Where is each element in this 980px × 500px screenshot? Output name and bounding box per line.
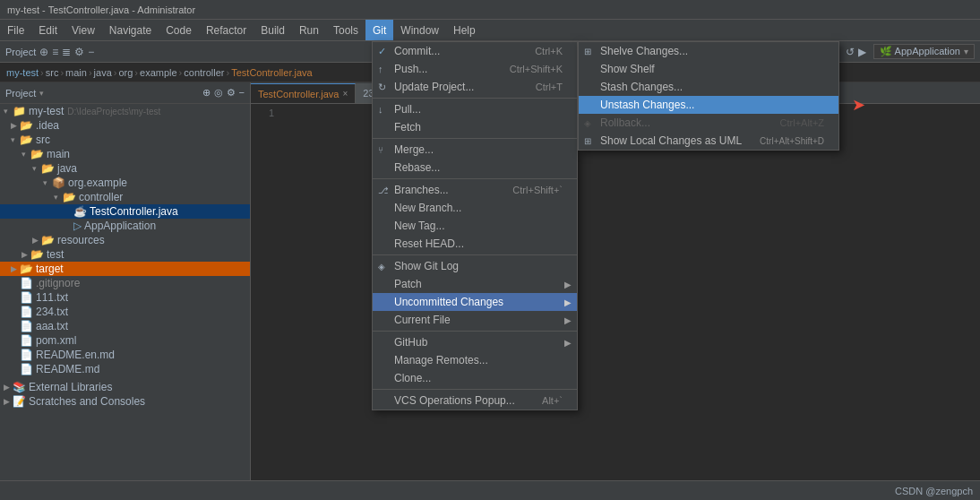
separator-4	[373, 254, 577, 255]
tree-label-tc: TestController.java	[90, 205, 178, 218]
expand-arrow-main: ▾	[21, 150, 30, 159]
tab-close-tc[interactable]: ×	[343, 89, 348, 99]
menu-run[interactable]: Run	[292, 20, 326, 40]
menu-item-clone[interactable]: Clone...	[373, 369, 577, 387]
tree-item-org-example[interactable]: ▾ 📦 org.example	[0, 176, 250, 190]
tree-item-controller[interactable]: ▾ 📂 controller	[0, 190, 250, 204]
menu-refactor[interactable]: Refactor	[199, 20, 254, 40]
separator-2	[373, 138, 577, 139]
tree-item-test[interactable]: ▶ 📂 test	[0, 247, 250, 262]
tree-item-testcontroller[interactable]: ☕ TestController.java	[0, 204, 250, 219]
menu-item-newbranch[interactable]: New Branch...	[373, 199, 577, 217]
tree-item-idea[interactable]: ▶ 📂 .idea	[0, 118, 250, 133]
app-config[interactable]: 🌿 AppApplication ▾	[873, 44, 975, 59]
toolbar-git-icon[interactable]: ↺	[846, 46, 855, 58]
tree-item-readme-en[interactable]: 📄 README.en.md	[0, 348, 250, 362]
submenu-label-stash: Stash Changes...	[600, 81, 683, 93]
tree-label-readme-en: README.en.md	[36, 349, 115, 361]
menu-item-patch[interactable]: Patch ▶	[373, 275, 577, 293]
tree-item-gitignore[interactable]: 📄 .gitignore	[0, 276, 250, 290]
sidebar-locate-icon[interactable]: ◎	[214, 87, 223, 99]
menu-item-manageremotes[interactable]: Manage Remotes...	[373, 351, 577, 369]
toolbar-run-icon[interactable]: ▶	[858, 46, 866, 58]
submenu-stash[interactable]: Stash Changes...	[579, 78, 838, 96]
menu-build[interactable]: Build	[254, 20, 292, 40]
tree-item-target[interactable]: ▶ 📂 target	[0, 262, 250, 276]
tree-item-main[interactable]: ▾ 📂 main	[0, 147, 250, 161]
tree-item-pomxml[interactable]: 📄 pom.xml	[0, 333, 250, 348]
submenu-shelve[interactable]: ⊞ Shelve Changes...	[579, 42, 838, 60]
menu-label-patch: Patch	[394, 278, 422, 290]
menu-item-currentfile[interactable]: Current File ▶	[373, 311, 577, 329]
breadcrumb-part1[interactable]: my-test	[6, 67, 39, 78]
breadcrumb-part7[interactable]: controller	[184, 67, 224, 78]
tree-item-234txt[interactable]: 📄 234.txt	[0, 305, 250, 319]
toolbar-icon3[interactable]: ≣	[62, 46, 71, 58]
menu-item-newtag[interactable]: New Tag...	[373, 217, 577, 235]
submenu-showlocal[interactable]: ⊞ Show Local Changes as UML Ctrl+Alt+Shi…	[579, 132, 838, 150]
breadcrumb-part5[interactable]: org	[118, 67, 133, 78]
menu-label-currentfile: Current File	[394, 314, 451, 326]
menu-item-resethead[interactable]: Reset HEAD...	[373, 235, 577, 253]
menu-item-pull[interactable]: ↓ Pull...	[373, 100, 577, 118]
breadcrumb-part8[interactable]: TestController.java	[231, 67, 313, 78]
menu-item-github[interactable]: GitHub ▶	[373, 333, 577, 351]
menu-git[interactable]: Git	[365, 20, 393, 40]
menu-item-branches[interactable]: ⎇ Branches... Ctrl+Shift+`	[373, 181, 577, 199]
breadcrumb-part4[interactable]: java	[94, 67, 112, 78]
menu-item-push[interactable]: ↑ Push... Ctrl+Shift+K	[373, 60, 577, 78]
toolbar-icon1[interactable]: ⊕	[39, 46, 48, 58]
breadcrumb-part2[interactable]: src	[46, 67, 59, 78]
tree-label-app: AppApplication	[84, 220, 156, 232]
breadcrumb-part3[interactable]: main	[65, 67, 87, 78]
tab-testcontroller[interactable]: TestController.java ×	[251, 83, 356, 103]
sidebar-add-icon[interactable]: ⊕	[202, 87, 211, 99]
menu-edit[interactable]: Edit	[31, 20, 64, 40]
menu-view[interactable]: View	[64, 20, 102, 40]
menu-item-uncommitted[interactable]: Uncommitted Changes ▶	[373, 293, 577, 311]
menu-label-branches: Branches...	[394, 184, 449, 196]
git-menu: ✓ Commit... Ctrl+K ↑ Push... Ctrl+Shift+…	[372, 41, 578, 410]
submenu-showshelf[interactable]: Show Shelf	[579, 60, 838, 78]
submenu-unstash[interactable]: Unstash Changes... ➤	[579, 96, 838, 114]
sidebar-minimize-icon[interactable]: −	[239, 87, 245, 99]
toolbar-icon4[interactable]: ⚙	[74, 46, 84, 58]
menu-file[interactable]: File	[0, 20, 31, 40]
menu-code[interactable]: Code	[159, 20, 199, 40]
menu-item-merge[interactable]: ⑂ Merge...	[373, 141, 577, 159]
tree-item-external-libs[interactable]: ▶ 📚 External Libraries	[0, 380, 250, 394]
submenu-label-rollback: Rollback...	[600, 116, 650, 129]
tree-item-appapplication[interactable]: ▷ AppApplication	[0, 219, 250, 233]
menu-navigate[interactable]: Navigate	[102, 20, 159, 40]
tree-item-aaatxt[interactable]: 📄 aaa.txt	[0, 319, 250, 333]
commit-icon: ✓	[378, 46, 386, 57]
sidebar-settings-icon[interactable]: ⚙	[227, 87, 236, 99]
toolbar-icon5[interactable]: −	[88, 46, 94, 58]
tree-item-my-test[interactable]: ▾ 📁 my-test D:\IdeaProjects\my-test	[0, 104, 250, 118]
tree-item-scratches[interactable]: ▶ 📝 Scratches and Consoles	[0, 394, 250, 409]
separator-1	[373, 98, 577, 99]
tree-item-java[interactable]: ▾ 📂 java	[0, 161, 250, 176]
menu-item-fetch[interactable]: Fetch	[373, 118, 577, 136]
menu-item-vcsops[interactable]: VCS Operations Popup... Alt+`	[373, 392, 577, 409]
sidebar-dropdown-arrow[interactable]: ▾	[39, 89, 44, 98]
tree-item-111txt[interactable]: 📄 111.txt	[0, 290, 250, 305]
submenu-rollback[interactable]: ◈ Rollback... Ctrl+Alt+Z	[579, 114, 838, 132]
push-icon: ↑	[378, 64, 383, 74]
menu-window[interactable]: Window	[393, 20, 446, 40]
tree-item-resources[interactable]: ▶ 📂 resources	[0, 233, 250, 247]
toolbar-icon2[interactable]: ≡	[52, 46, 58, 58]
folder-icon-controller: 📂	[63, 191, 76, 203]
menu-item-update[interactable]: ↻ Update Project... Ctrl+T	[373, 78, 577, 96]
menu-label-merge: Merge...	[394, 143, 434, 156]
breadcrumb-part6[interactable]: example	[140, 67, 177, 78]
menu-item-showgitlog[interactable]: ◈ Show Git Log	[373, 257, 577, 275]
tree-item-src[interactable]: ▾ 📂 src	[0, 133, 250, 147]
menu-item-commit[interactable]: ✓ Commit... Ctrl+K	[373, 42, 577, 60]
tree-item-readme[interactable]: 📄 README.md	[0, 362, 250, 376]
update-shortcut: Ctrl+T	[518, 82, 563, 92]
menu-label-pull: Pull...	[394, 103, 421, 116]
menu-item-rebase[interactable]: Rebase...	[373, 159, 577, 177]
menu-tools[interactable]: Tools	[326, 20, 365, 40]
menu-help[interactable]: Help	[446, 20, 483, 40]
